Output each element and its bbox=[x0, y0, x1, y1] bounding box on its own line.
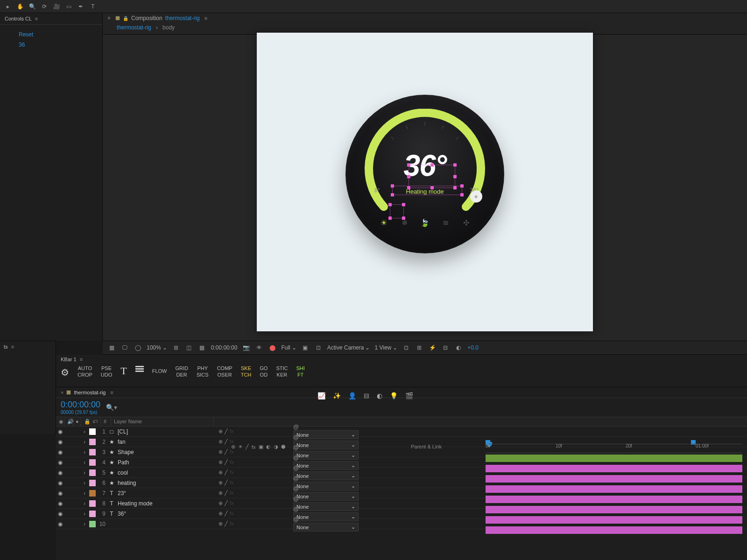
timeline-tracks[interactable] bbox=[486, 453, 742, 529]
kbar-btn-good[interactable]: GOOD bbox=[260, 365, 268, 378]
pickwhip-icon[interactable]: @ bbox=[293, 496, 302, 502]
pickwhip-icon[interactable]: @ bbox=[293, 475, 302, 482]
tool-shape-icon[interactable]: ▭ bbox=[64, 2, 73, 11]
label-color-swatch[interactable] bbox=[89, 459, 96, 466]
pixel-aspect-icon[interactable]: ⊞ bbox=[415, 343, 423, 352]
channels-icon[interactable]: ⬤ bbox=[268, 343, 276, 352]
label-color-swatch[interactable] bbox=[89, 521, 96, 527]
align-icon[interactable] bbox=[135, 366, 144, 372]
selection-box[interactable] bbox=[390, 204, 404, 218]
fast-preview-icon[interactable]: ⚡ bbox=[428, 343, 437, 352]
switch-quality-icon[interactable]: ╱ bbox=[246, 444, 249, 450]
composition-viewport[interactable]: 36° 8° Heating mode 36° ≡ ☀ ❄ 🍃 ≋ ✣ bbox=[103, 35, 747, 341]
visibility-toggle-icon[interactable]: ◉ bbox=[56, 428, 64, 435]
layer-name[interactable]: 36° bbox=[116, 511, 209, 517]
left-bottom-panel-tab[interactable]: ts ≡ bbox=[0, 341, 56, 352]
selection-box[interactable] bbox=[409, 165, 455, 188]
label-color-swatch[interactable] bbox=[89, 469, 96, 476]
zoom-dropdown[interactable]: 100% ⌄ bbox=[147, 344, 167, 351]
layer-switches[interactable]: ⊕╱fx bbox=[209, 511, 293, 517]
track-bar[interactable] bbox=[486, 455, 742, 462]
layer-switches[interactable]: ⊕╱fx bbox=[209, 480, 293, 486]
kbar-btn-shift[interactable]: SHIFT bbox=[296, 365, 304, 378]
kbar-btn-pseudo[interactable]: PSEUDO bbox=[101, 365, 112, 378]
effect-reset-row[interactable]: Reset bbox=[0, 29, 102, 40]
visibility-toggle-icon[interactable]: ◉ bbox=[56, 500, 64, 507]
parent-dropdown[interactable]: None⌄ bbox=[293, 523, 359, 532]
label-color-swatch[interactable] bbox=[89, 449, 96, 455]
tool-zoom-icon[interactable]: 🔍 bbox=[28, 2, 36, 11]
visibility-toggle-icon[interactable]: ◉ bbox=[56, 521, 64, 527]
col-label-icon[interactable]: 🏷 bbox=[90, 417, 101, 426]
col-layer-name[interactable]: Layer Name bbox=[111, 417, 214, 426]
pickwhip-icon[interactable]: @ bbox=[293, 455, 302, 461]
layer-name[interactable]: Shape bbox=[116, 449, 209, 455]
shy-icon[interactable]: 👤 bbox=[348, 392, 356, 399]
layer-switches[interactable]: ⊕╱fx bbox=[209, 428, 293, 434]
track-bar[interactable] bbox=[486, 465, 742, 472]
tool-rotate-icon[interactable]: ⟳ bbox=[40, 2, 49, 11]
label-color-swatch[interactable] bbox=[89, 480, 96, 486]
brainstorm-icon[interactable]: 💡 bbox=[390, 392, 398, 399]
composition-name[interactable]: thermostat-rig bbox=[165, 15, 200, 21]
layer-name[interactable]: cool bbox=[116, 469, 209, 476]
track-bar[interactable] bbox=[486, 526, 742, 534]
label-color-swatch[interactable] bbox=[89, 490, 96, 497]
views-dropdown[interactable]: 1 View ⌄ bbox=[374, 344, 397, 351]
composition-canvas[interactable]: 36° 8° Heating mode 36° ≡ ☀ ❄ 🍃 ≋ ✣ bbox=[257, 33, 593, 331]
track-bar[interactable] bbox=[486, 485, 742, 493]
pickwhip-icon[interactable]: @ bbox=[293, 465, 302, 471]
pickwhip-icon[interactable]: @ bbox=[293, 434, 302, 441]
col-visibility-icon[interactable]: ◉ bbox=[56, 417, 64, 426]
transparency-icon[interactable]: ▦ bbox=[198, 343, 206, 352]
col-solo-icon[interactable]: ● bbox=[73, 417, 81, 426]
tool-hand-icon[interactable]: ✋ bbox=[16, 2, 24, 11]
effect-slider-value[interactable]: 36 bbox=[19, 42, 25, 48]
snapshot-icon[interactable]: 📷 bbox=[242, 343, 250, 352]
visibility-toggle-icon[interactable]: ◉ bbox=[56, 439, 64, 445]
layer-name[interactable]: [CL] bbox=[116, 428, 209, 435]
draft3d-icon[interactable]: ✨ bbox=[333, 392, 341, 399]
layer-switches[interactable]: ⊕╱fx bbox=[209, 459, 293, 465]
kbar-btn-autocrop[interactable]: AUTOCROP bbox=[78, 365, 92, 378]
switch-fx-icon[interactable]: fx bbox=[252, 444, 256, 450]
kbar-btn-sketch[interactable]: SKETCH bbox=[241, 365, 252, 378]
visibility-toggle-icon[interactable]: ◉ bbox=[56, 511, 64, 517]
pickwhip-icon[interactable]: @ bbox=[293, 424, 302, 430]
visibility-toggle-icon[interactable]: ◉ bbox=[56, 469, 64, 476]
pickwhip-icon[interactable]: @ bbox=[293, 485, 302, 492]
kbar-btn-flow[interactable]: FLOW bbox=[152, 368, 167, 374]
exposure-value[interactable]: +0.0 bbox=[467, 344, 479, 351]
label-color-swatch[interactable] bbox=[89, 428, 96, 435]
grid-icon[interactable]: ▦ bbox=[107, 343, 116, 352]
exposure-reset-icon[interactable]: ◐ bbox=[454, 343, 463, 352]
breadcrumb-child[interactable]: body bbox=[162, 24, 175, 31]
show-snapshot-icon[interactable]: 👁 bbox=[255, 343, 263, 352]
selection-box[interactable] bbox=[392, 186, 462, 195]
panel-menu-icon[interactable]: ≡ bbox=[35, 16, 38, 21]
kbar-btn-composer[interactable]: COMPOSER bbox=[217, 365, 233, 378]
resolution-icon[interactable]: ⊞ bbox=[172, 343, 180, 352]
twirl-icon[interactable]: › bbox=[81, 521, 88, 527]
layer-name[interactable]: Path bbox=[116, 459, 209, 466]
visibility-toggle-icon[interactable]: ◉ bbox=[56, 459, 64, 466]
twirl-icon[interactable]: › bbox=[81, 480, 88, 486]
tool-camera-icon[interactable]: 🎥 bbox=[52, 2, 61, 11]
text-icon[interactable]: T bbox=[120, 365, 127, 377]
panel-menu-icon[interactable]: ≡ bbox=[80, 357, 83, 362]
visibility-toggle-icon[interactable]: ◉ bbox=[56, 480, 64, 486]
twirl-icon[interactable]: › bbox=[81, 469, 88, 476]
monitor-icon[interactable]: 🖵 bbox=[120, 343, 129, 352]
footer-timecode[interactable]: 0:00:00:00 bbox=[211, 344, 238, 351]
tool-pen-icon[interactable]: ✒ bbox=[77, 2, 85, 11]
kbar-tab[interactable]: KBar 1 ≡ bbox=[56, 355, 747, 364]
layer-switches[interactable]: ⊕╱fx bbox=[209, 521, 293, 527]
kbar-btn-sticker[interactable]: STICKER bbox=[276, 365, 288, 378]
track-bar[interactable] bbox=[486, 496, 742, 503]
layer-switches[interactable]: ⊕╱fx bbox=[209, 490, 293, 496]
label-color-swatch[interactable] bbox=[89, 439, 96, 445]
twirl-icon[interactable]: › bbox=[81, 500, 88, 507]
col-audio-icon[interactable]: 🔊 bbox=[64, 417, 73, 426]
layer-name[interactable]: heating bbox=[116, 480, 209, 486]
layer-name[interactable]: Heating mode bbox=[116, 500, 209, 507]
